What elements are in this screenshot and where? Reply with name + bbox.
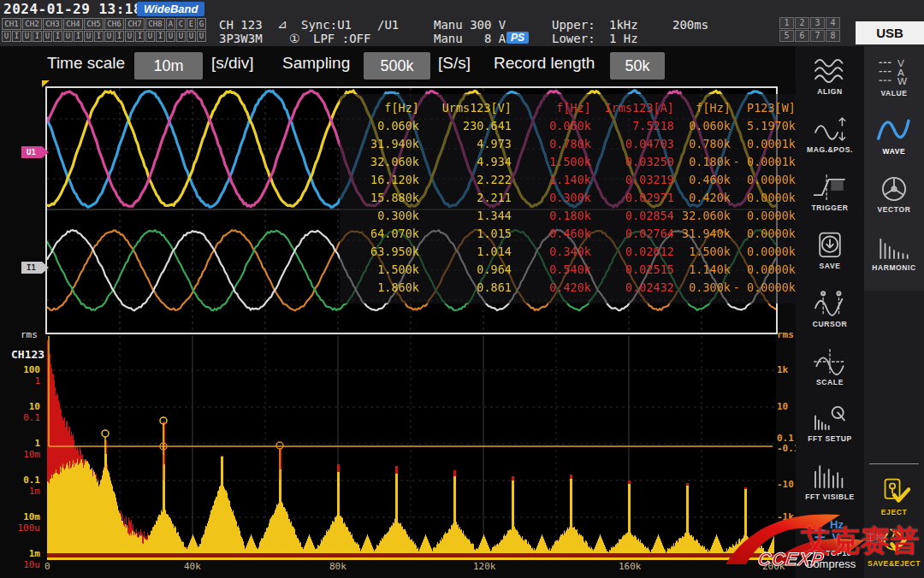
page-button-3[interactable]: 3	[810, 17, 825, 29]
sidebar-item-harmonic[interactable]: HARMONIC	[864, 233, 924, 272]
compress-label[interactable]: Compress	[805, 557, 856, 570]
time-scale-button[interactable]: 10m	[134, 52, 203, 80]
fft-left-tick-red: 1m	[11, 486, 40, 497]
record-length-button[interactable]: 50k	[610, 52, 665, 80]
sidebar-item-mag-pos-[interactable]: MAG.&POS.	[796, 115, 864, 154]
instrument-screen: 2024-01-29 13:18:45 WideBand CH1UICH2UIC…	[0, 0, 924, 578]
fftsetup-icon	[810, 404, 850, 433]
table-cell: 0.02515	[591, 261, 674, 279]
page-button-6[interactable]: 6	[795, 30, 809, 42]
channel-indicator-ch7: CH7UI	[125, 18, 145, 42]
channel-indicator-a: AU	[166, 18, 175, 42]
table-cell: 0.420k	[674, 189, 731, 207]
sidebar-item-fft-visible[interactable]: FFT VISIBLE	[796, 462, 864, 501]
channel-indicator-e: EU	[187, 18, 196, 42]
sidebar-item-cursor[interactable]: CURSOR	[796, 289, 864, 328]
sidebar-item-value[interactable]: VAWVALUE	[864, 58, 924, 97]
page-button-7[interactable]: 7	[810, 30, 825, 42]
table-cell: 64.070k	[342, 225, 419, 243]
sidebar-item-value-label: VALUE	[864, 89, 924, 97]
table-header-row: f[Hz]Urms123[V]f[Hz]Irms123[A]f[Hz]P123[…	[342, 99, 796, 117]
sidebar-item-wave-label: WAVE	[864, 147, 924, 156]
sidebar-item-align-label: ALIGN	[796, 87, 864, 96]
fft-right-tick: -1k	[777, 511, 794, 522]
svg-text:W: W	[897, 75, 908, 86]
page-button-2[interactable]: 2	[795, 17, 809, 29]
fft-left-tick-red: 1	[11, 375, 40, 386]
table-cell: 0.861	[419, 279, 512, 297]
magpos-icon	[810, 115, 850, 144]
table-cell: 2.211	[419, 189, 512, 207]
fft-x-tick: 200k	[762, 561, 785, 572]
fft-x-tick: 40k	[184, 561, 201, 572]
table-cell: 2.222	[419, 171, 512, 189]
delta-wiring-icon: ⊿	[277, 17, 287, 31]
fft-left-tick-yellow: 100	[11, 364, 40, 375]
table-cell: 1.500k	[342, 261, 419, 279]
page-button-1[interactable]: 1	[779, 17, 794, 29]
table-cell: 31.940k	[342, 135, 419, 153]
table-cell: 0.460k	[674, 171, 731, 189]
table-row: 1.860k0.8610.420k0.024320.300k- 0.0000k	[342, 279, 796, 297]
fft-right-tick: 1k	[777, 364, 788, 375]
sidebar-item-scale[interactable]: SCALE	[796, 347, 864, 386]
sidebar-item-eject[interactable]: EJECT	[864, 477, 924, 516]
page-grid: 12345678	[779, 17, 843, 43]
sidebar-item-save[interactable]: SAVE	[796, 231, 864, 270]
header-bar: 2024-01-29 13:18:45 WideBand CH1UICH2UIC…	[0, 0, 924, 46]
fft-x-tick: 160k	[619, 561, 642, 572]
table-cell: 31.940k	[674, 225, 731, 243]
sampling-button[interactable]: 500k	[364, 52, 430, 80]
table-cell: 0.780k	[512, 135, 591, 153]
fft-left-tick-yellow: 1	[11, 438, 40, 449]
trigger-icon	[810, 173, 850, 202]
sampling-unit: [S/s]	[438, 54, 471, 73]
table-cell: 0.03219	[591, 171, 674, 189]
sidebar-item-fft-top10[interactable]: HzVFFT TOP10	[796, 518, 864, 557]
vector-icon	[874, 174, 914, 203]
value-icon: VAW	[874, 58, 914, 87]
table-cell: 0.300k	[342, 207, 419, 225]
sidebar-item-align[interactable]: ALIGN	[796, 56, 864, 96]
table-cell: 0.060k	[512, 117, 591, 135]
ffttop10-icon: HzV	[810, 518, 850, 547]
sidebar-item-scale-label: SCALE	[796, 378, 864, 386]
lpf-label: LPF :OFF	[313, 32, 370, 45]
sidebar-item-harmonic-label: HARMONIC	[864, 263, 924, 272]
table-cell: 0.02971	[591, 189, 674, 207]
sidebar-item-wave[interactable]: WAVE	[864, 116, 924, 156]
table-cell: 0.0001k	[731, 135, 796, 153]
table-cell: 0.540k	[512, 261, 591, 279]
channel-indicator-ch3: CH3UI	[43, 18, 62, 42]
table-row: 63.950k1.0140.340k0.026121.500k0.0000k	[342, 243, 796, 261]
current-range-label: Manu 8 A	[434, 32, 506, 45]
sidebar-item-fft-setup[interactable]: FFT SETUP	[796, 404, 864, 443]
table-cell: 0.420k	[512, 279, 591, 297]
table-cell: 1.344	[419, 207, 512, 225]
table-cell: - 0.0001k	[731, 153, 796, 171]
page-button-8[interactable]: 8	[826, 30, 840, 42]
table-cell: 0.780k	[674, 135, 731, 153]
ps-badge: PS	[506, 32, 529, 44]
table-cell: 1.500k	[512, 153, 591, 171]
table-row: 32.060k4.9341.500k0.032500.180k- 0.0001k	[342, 153, 796, 171]
table-cell: 4.934	[419, 153, 512, 171]
table-cell: 0.02854	[591, 207, 674, 225]
fft-right-tick: 10	[777, 401, 788, 412]
page-button-5[interactable]: 5	[779, 30, 794, 42]
table-header-cell: f[Hz]	[342, 99, 419, 117]
channel-status-grid: CH1UICH2UICH3UICH4UICH5UICH6UICH7UICH8UI…	[2, 18, 206, 42]
table-cell: 5.1970k	[731, 117, 796, 135]
sidebar-item-vector[interactable]: VECTOR	[864, 174, 924, 214]
table-cell: 0.300k	[512, 189, 591, 207]
eject2-icon	[874, 528, 914, 557]
sidebar-item-save-eject[interactable]: SAVE&EJECT	[864, 528, 924, 568]
sidebar-item-trigger[interactable]: TRIGGER	[796, 173, 864, 212]
table-cell: 4.973	[419, 135, 512, 153]
time-scale-unit: [s/div]	[211, 54, 254, 73]
table-cell: 0.180k	[512, 207, 591, 225]
fft-left-tick-red: 10m	[11, 449, 40, 460]
page-button-4[interactable]: 4	[826, 17, 840, 29]
table-cell: 1.015	[419, 225, 512, 243]
table-cell: 16.120k	[342, 171, 419, 189]
